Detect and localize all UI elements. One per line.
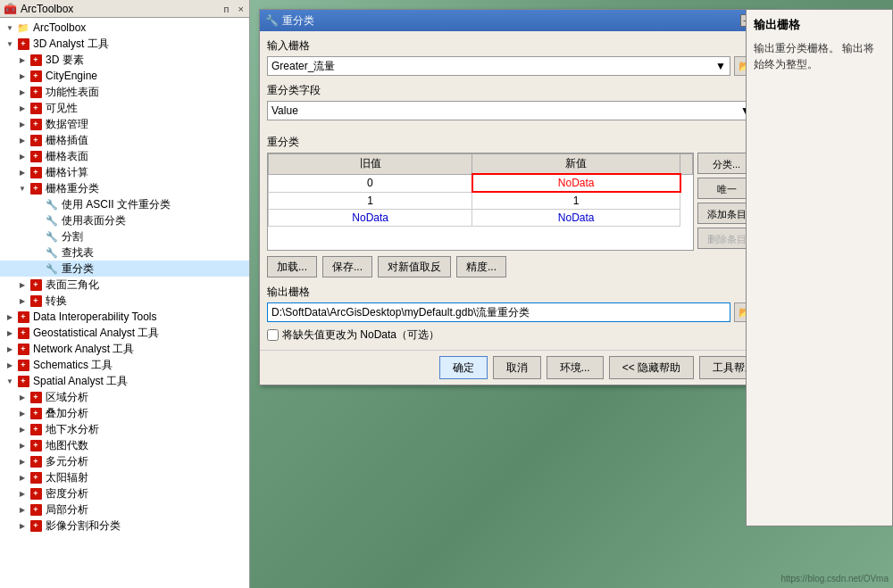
expand-icon-arctoolbox-root[interactable]: ▼ [4,21,16,34]
tree-item-gongnengxing[interactable]: ▶+功能性表面 [0,84,249,100]
expand-icon-network[interactable]: ▶ [4,343,16,355]
reverse-btn[interactable]: 对新值取反 [378,256,451,277]
tree-item-duoyuan[interactable]: ▶+多元分析 [0,453,249,469]
tree-item-yingxiang[interactable]: ▶+影像分割和分类 [0,518,249,534]
nodata-checkbox[interactable] [267,329,279,341]
expand-icon-shuge-ji[interactable]: ▶ [16,166,29,178]
item-icon-gongnengxing: + [29,85,43,99]
output-textbox[interactable] [267,302,730,322]
expand-icon-yingxiang[interactable]: ▶ [16,519,29,532]
tree-item-geostat[interactable]: ▶+Geostatistical Analyst 工具 [0,325,249,341]
expand-icon-kejianxing[interactable]: ▶ [16,102,29,114]
tree-item-ditushudai[interactable]: ▶+地图代数 [0,437,249,453]
cancel-btn[interactable]: 取消 [493,356,541,379]
item-label-use-biao: 使用表面分类 [62,213,126,228]
tree-item-chongfenlei[interactable]: 🔧重分类 [0,261,249,277]
save-btn[interactable]: 保存... [322,256,372,277]
cell-old-2[interactable]: NoData [269,210,472,227]
expand-icon-quyu[interactable]: ▶ [16,391,29,403]
expand-icon-chongfenlei[interactable] [32,262,45,275]
toolbox-close-btn[interactable]: × [237,4,246,14]
item-label-geostat: Geostatistical Analyst 工具 [33,326,159,341]
hide-help-btn[interactable]: << 隐藏帮助 [609,356,694,379]
expand-icon-zhuanhuan[interactable]: ▶ [16,294,29,307]
toolbox-title: ArcToolbox [21,3,73,15]
tree-item-network[interactable]: ▶+Network Analyst 工具 [0,341,249,357]
tree-item-use-ascii[interactable]: 🔧使用 ASCII 文件重分类 [0,196,249,212]
cell-new-0[interactable]: NoData [472,174,680,192]
tree-item-cityengine[interactable]: ▶+CityEngine [0,68,249,84]
cell-old-0[interactable]: 0 [269,174,472,192]
tree-item-shuge-chong[interactable]: ▼+栅格重分类 [0,180,249,196]
tree-item-use-biao[interactable]: 🔧使用表面分类 [0,212,249,228]
expand-icon-use-biao[interactable] [32,214,45,227]
tree-item-midu[interactable]: ▶+密度分析 [0,485,249,501]
expand-icon-biaomian[interactable]: ▶ [16,278,29,291]
tree-item-spatial[interactable]: ▼+Spatial Analyst 工具 [0,373,249,389]
tree-item-quyu[interactable]: ▶+区域分析 [0,389,249,405]
tree-item-data-interop[interactable]: ▶+Data Interoperability Tools [0,309,249,325]
expand-icon-data-interop[interactable]: ▶ [4,311,16,323]
expand-icon-denggao[interactable]: ▶ [16,407,29,419]
item-label-denggao: 叠加分析 [46,406,88,421]
expand-icon-gongnengxing[interactable]: ▶ [16,86,29,98]
expand-icon-cityengine[interactable]: ▶ [16,70,29,82]
item-icon-taiyang: + [29,470,43,484]
tree-item-taiyang[interactable]: ▶+太阳辐射 [0,469,249,485]
toolbox-pin-btn[interactable]: п [222,4,231,14]
tree-item-shuge-biao[interactable]: ▶+栅格表面 [0,148,249,164]
tree-item-zhuanhuan[interactable]: ▶+转换 [0,293,249,309]
tree-item-shuge-han[interactable]: ▶+栅格插值 [0,132,249,148]
item-label-shujuguanli: 数据管理 [46,117,88,132]
tree-item-dixia[interactable]: ▶+地下水分析 [0,421,249,437]
cell-new-1[interactable]: 1 [472,192,680,210]
item-icon-shuge-han: + [29,133,43,147]
tree-item-schematics[interactable]: ▶+Schematics 工具 [0,357,249,373]
expand-icon-dixia[interactable]: ▶ [16,423,29,435]
tree-item-kejianxing[interactable]: ▶+可见性 [0,100,249,116]
precision-btn[interactable]: 精度... [456,256,506,277]
input-raster-value: Greater_流量 [271,59,335,74]
reclass-field-select[interactable]: Value ▼ [267,101,755,120]
expand-icon-3d-yaosu[interactable]: ▶ [16,54,29,66]
expand-icon-chazhao[interactable] [32,246,45,259]
expand-icon-shujuguanli[interactable]: ▶ [16,118,29,130]
env-btn[interactable]: 环境... [547,356,604,379]
expand-icon-schematics[interactable]: ▶ [4,359,16,371]
expand-icon-geostat[interactable]: ▶ [4,327,16,339]
table-row[interactable]: NoDataNoData [269,210,693,227]
dialog-left-panel: 输入栅格 Greater_流量 ▼ 📂 重分类字段 Value ▼ [260,31,764,350]
expand-icon-taiyang[interactable]: ▶ [16,471,29,484]
expand-icon-midu[interactable]: ▶ [16,487,29,500]
tree-item-3d-analyst[interactable]: ▼+3D Analyst 工具 [0,36,249,52]
load-btn[interactable]: 加载... [267,256,317,277]
expand-icon-3d-analyst[interactable]: ▼ [4,37,16,50]
tree-item-biaomian[interactable]: ▶+表面三角化 [0,277,249,293]
expand-icon-spatial[interactable]: ▼ [4,375,16,387]
cell-old-1[interactable]: 1 [269,192,472,210]
table-row[interactable]: 11 [269,192,693,210]
tree-item-fenge[interactable]: 🔧分割 [0,228,249,244]
expand-icon-ditushudai[interactable]: ▶ [16,439,29,451]
input-raster-combo[interactable]: Greater_流量 ▼ [267,56,730,76]
expand-icon-fenge[interactable] [32,230,45,243]
expand-icon-use-ascii[interactable] [32,198,45,211]
tree-item-chazhao[interactable]: 🔧查找表 [0,244,249,261]
item-icon-3d-analyst: + [16,37,30,51]
expand-icon-jubu[interactable]: ▶ [16,503,29,516]
table-row[interactable]: 0NoData [269,174,693,192]
expand-icon-shuge-chong[interactable]: ▼ [16,182,29,195]
tree-item-jubu[interactable]: ▶+局部分析 [0,501,249,518]
tree-item-arctoolbox-root[interactable]: ▼📁ArcToolbox [0,20,249,36]
expand-icon-shuge-han[interactable]: ▶ [16,134,29,146]
tree-item-shuge-ji[interactable]: ▶+栅格计算 [0,164,249,180]
expand-icon-shuge-biao[interactable]: ▶ [16,150,29,162]
dialog-icon: 🔧 [265,14,279,27]
tree-item-denggao[interactable]: ▶+叠加分析 [0,405,249,421]
tree-item-shujuguanli[interactable]: ▶+数据管理 [0,116,249,132]
help-panel: 输出栅格 输出重分类栅格。 输出将始终为整型。 [746,9,893,526]
cell-new-2[interactable]: NoData [472,210,680,227]
ok-btn[interactable]: 确定 [439,356,488,379]
expand-icon-duoyuan[interactable]: ▶ [16,455,29,468]
tree-item-3d-yaosu[interactable]: ▶+3D 要素 [0,52,249,68]
